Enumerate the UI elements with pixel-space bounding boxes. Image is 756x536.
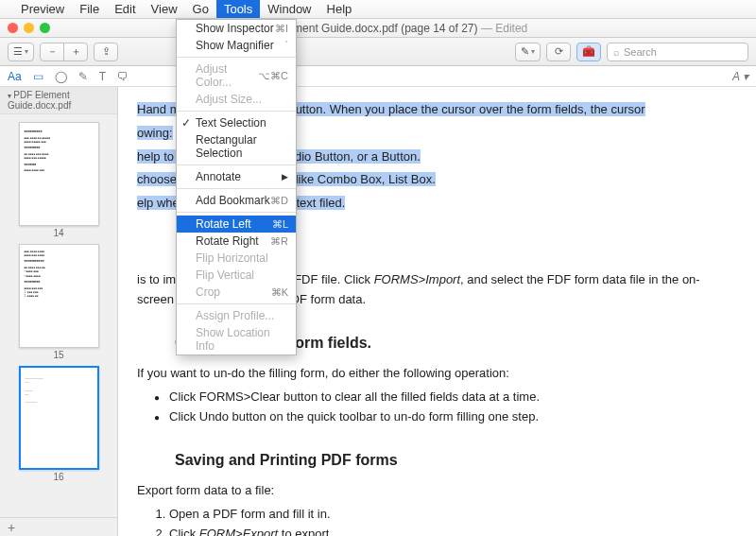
rotate-button[interactable]: ⟳ bbox=[546, 43, 571, 61]
menu-annotate[interactable]: Annotate▶ bbox=[177, 168, 296, 185]
maximize-icon[interactable] bbox=[40, 23, 50, 33]
shapes-tool-icon[interactable]: ◯ bbox=[55, 70, 67, 83]
list-item: Click Undo button on the quick toolbar t… bbox=[154, 407, 718, 427]
zoom-out-icon: － bbox=[47, 44, 58, 59]
menu-show-magnifier[interactable]: Show Magnifier` bbox=[177, 37, 296, 54]
list-item: Click FORMS>Clear button to clear all th… bbox=[154, 388, 718, 407]
page-number: 16 bbox=[19, 472, 99, 482]
search-icon: ⌕ bbox=[613, 46, 620, 58]
sidebar-icon: ☰ bbox=[13, 45, 23, 58]
share-button[interactable]: ⇪ bbox=[94, 43, 118, 61]
menubar: Preview File Edit View Go Tools Window H… bbox=[0, 0, 756, 19]
search-placeholder: Search bbox=[624, 46, 657, 58]
menu-flip-vertical: Flip Vertical bbox=[177, 267, 296, 284]
page-number: 15 bbox=[19, 350, 99, 360]
list-item: Open a PDF form and fill it in. bbox=[169, 505, 718, 525]
tools-dropdown: Show Inspector⌘I Show Magnifier` Adjust … bbox=[176, 19, 297, 355]
share-icon: ⇪ bbox=[102, 45, 111, 58]
page-thumbnail[interactable]: ■■■ ■■■■ ■■■■■■■■ ■■■ ■■■■■■■■■■■■■■■■ ■… bbox=[19, 244, 99, 348]
zoom-in-icon: ＋ bbox=[71, 44, 81, 59]
page-number: 14 bbox=[19, 228, 99, 238]
rotate-icon: ⟳ bbox=[555, 45, 563, 58]
menu-flip-horizontal: Flip Horizontal bbox=[177, 250, 296, 267]
menu-show-inspector[interactable]: Show Inspector⌘I bbox=[177, 20, 296, 37]
menu-adjust-color: Adjust Color...⌥⌘C bbox=[177, 61, 296, 91]
menu-edit[interactable]: Edit bbox=[107, 0, 143, 18]
window-titlebar: Element Guide.docx.pdf (page 14 of 27) —… bbox=[0, 19, 756, 38]
sidebar: PDF Element Guide.docx.pdf ■■■■■■■■■■■■ … bbox=[0, 87, 118, 536]
minimize-icon[interactable] bbox=[24, 23, 34, 33]
font-style-button[interactable]: A ▾ bbox=[732, 70, 748, 83]
menu-adjust-size: Adjust Size... bbox=[177, 91, 296, 108]
menu-preview[interactable]: Preview bbox=[13, 0, 72, 18]
heading-saving-printing: Saving and Printing PDF forms bbox=[175, 448, 718, 473]
menu-show-location: Show Location Info bbox=[177, 324, 296, 354]
sidebar-filename[interactable]: PDF Element Guide.docx.pdf bbox=[0, 87, 117, 114]
markup-button[interactable]: 🧰 bbox=[576, 43, 601, 61]
page-thumbnail[interactable]: ■■■■■■■■■■■■ ■■■■ ■■ ■■■■■■■■■ ■■■■■ ■■■… bbox=[19, 122, 99, 226]
search-field[interactable]: ⌕ Search bbox=[607, 43, 748, 61]
selection-tool-icon[interactable]: ▭ bbox=[33, 70, 43, 83]
menu-rect-selection[interactable]: Rectangular Selection bbox=[177, 131, 296, 162]
text-insert-tool-icon[interactable]: T bbox=[99, 70, 106, 83]
zoom-out-button[interactable]: － bbox=[40, 43, 64, 61]
menu-tools[interactable]: Tools bbox=[216, 0, 260, 18]
doc-text: owing: bbox=[137, 126, 173, 140]
page-thumbnail[interactable]: ─────────────────────── bbox=[19, 366, 99, 470]
marker-icon: ✎ bbox=[521, 45, 529, 58]
markup-toolbar: Aa ▭ ◯ ✎ T 🗨 A ▾ bbox=[0, 66, 756, 87]
list-item: Click FORM>Export to export bbox=[169, 525, 718, 536]
doc-text: Export form data to a file: bbox=[137, 481, 718, 501]
menu-crop: Crop⌘K bbox=[177, 284, 296, 301]
menu-rotate-left[interactable]: Rotate Left⌘L bbox=[177, 216, 296, 233]
highlight-button[interactable]: ✎▾ bbox=[515, 43, 541, 61]
close-icon[interactable] bbox=[8, 23, 18, 33]
menu-help[interactable]: Help bbox=[319, 0, 360, 18]
menu-text-selection[interactable]: ✓Text Selection bbox=[177, 114, 296, 131]
thumbnail-list[interactable]: ■■■■■■■■■■■■ ■■■■ ■■ ■■■■■■■■■ ■■■■■ ■■■… bbox=[0, 114, 117, 517]
sign-tool-icon[interactable]: ✎ bbox=[78, 70, 88, 83]
doc-text: FORMS>Import bbox=[374, 272, 460, 286]
menu-go[interactable]: Go bbox=[185, 0, 216, 18]
text-tool-icon[interactable]: Aa bbox=[8, 70, 22, 83]
menu-assign-profile: Assign Profile... bbox=[177, 307, 296, 324]
menu-window[interactable]: Window bbox=[260, 0, 318, 18]
toolbox-icon: 🧰 bbox=[582, 45, 595, 58]
add-page-icon[interactable]: + bbox=[8, 520, 15, 535]
menu-file[interactable]: File bbox=[72, 0, 107, 18]
note-tool-icon[interactable]: 🗨 bbox=[117, 70, 129, 83]
window-title: Element Guide.docx.pdf (page 14 of 27) —… bbox=[56, 22, 748, 35]
view-mode-button[interactable]: ☰▾ bbox=[8, 43, 34, 61]
menu-rotate-right[interactable]: Rotate Right⌘R bbox=[177, 233, 296, 250]
toolbar: ☰▾ － ＋ ⇪ ✎▾ ⟳ 🧰 ⌕ Search bbox=[0, 38, 756, 66]
zoom-in-button[interactable]: ＋ bbox=[63, 43, 88, 61]
doc-text: If you want to un-do the filling form, d… bbox=[137, 364, 718, 384]
menu-view[interactable]: View bbox=[144, 0, 185, 18]
menu-add-bookmark[interactable]: Add Bookmark⌘D bbox=[177, 192, 296, 209]
